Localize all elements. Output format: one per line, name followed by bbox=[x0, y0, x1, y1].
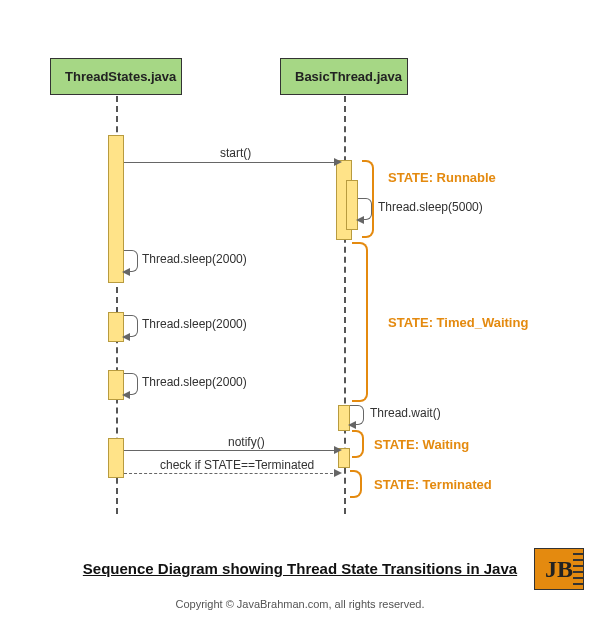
diagram-title: Sequence Diagram showing Thread State Tr… bbox=[0, 560, 600, 577]
msg-start-line bbox=[124, 162, 336, 163]
activation-left-4 bbox=[108, 438, 124, 478]
msg-sleep5000-label: Thread.sleep(5000) bbox=[378, 200, 483, 214]
msg-check-arrow bbox=[334, 469, 342, 477]
selfcall-sleep2000b-arrow bbox=[122, 333, 130, 341]
msg-start-label: start() bbox=[220, 146, 251, 160]
state-terminated: STATE: Terminated bbox=[374, 477, 492, 492]
participant-basicthread: BasicThread.java bbox=[280, 58, 408, 95]
state-waiting: STATE: Waiting bbox=[374, 437, 469, 452]
msg-sleep2000c-label: Thread.sleep(2000) bbox=[142, 375, 247, 389]
msg-sleep2000b-label: Thread.sleep(2000) bbox=[142, 317, 247, 331]
brace-terminated bbox=[350, 470, 362, 498]
selfcall-sleep2000c-arrow bbox=[122, 391, 130, 399]
brace-runnable bbox=[362, 160, 374, 238]
copyright-text: Copyright © JavaBrahman.com, all rights … bbox=[0, 598, 600, 610]
participant-threadstates: ThreadStates.java bbox=[50, 58, 182, 95]
msg-notify-arrow bbox=[334, 446, 342, 454]
logo-stripe bbox=[573, 549, 583, 589]
msg-notify-line bbox=[124, 450, 338, 451]
logo-text: JB bbox=[545, 556, 573, 583]
brace-timedwaiting bbox=[352, 242, 368, 402]
state-runnable: STATE: Runnable bbox=[388, 170, 496, 185]
msg-notify-label: notify() bbox=[228, 435, 265, 449]
selfcall-wait-arrow bbox=[348, 421, 356, 429]
logo-javabrahman: JB bbox=[534, 548, 584, 590]
msg-wait-label: Thread.wait() bbox=[370, 406, 441, 420]
brace-waiting bbox=[352, 430, 364, 458]
activation-left-1 bbox=[108, 135, 124, 283]
msg-check-line bbox=[124, 473, 338, 474]
msg-start-arrow bbox=[334, 158, 342, 166]
state-timedwaiting: STATE: Timed_Waiting bbox=[388, 315, 528, 330]
msg-sleep2000a-label: Thread.sleep(2000) bbox=[142, 252, 247, 266]
selfcall-sleep2000a-arrow bbox=[122, 268, 130, 276]
msg-check-label: check if STATE==Terminated bbox=[160, 458, 314, 472]
